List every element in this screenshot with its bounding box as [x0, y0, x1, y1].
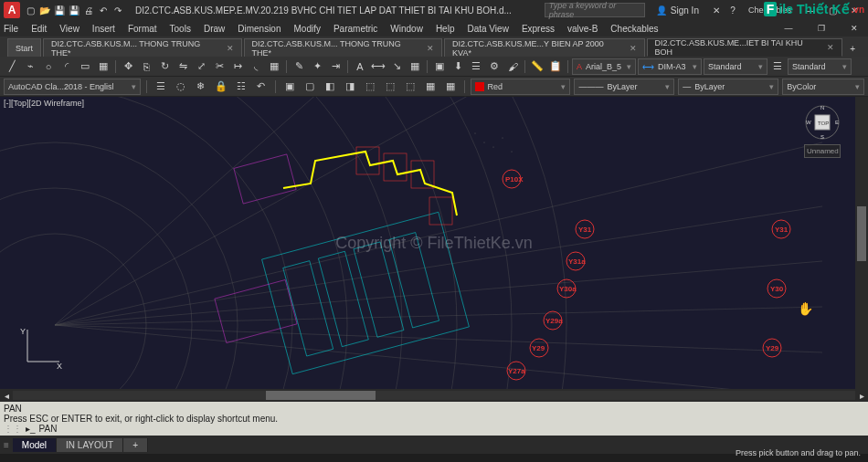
fillet-icon[interactable]: ◟ [248, 58, 264, 75]
extend-icon[interactable]: ↦ [229, 58, 246, 75]
close-icon[interactable]: ✕ [827, 43, 834, 52]
close-icon[interactable]: ✕ [227, 44, 234, 53]
menu-checkables[interactable]: Checkables [610, 24, 658, 34]
tool-i-icon[interactable]: ▦ [442, 79, 459, 95]
hscroll-thumb[interactable] [266, 391, 376, 400]
redo-icon[interactable]: ↷ [111, 4, 124, 16]
layerprev-icon[interactable]: ↶ [253, 79, 270, 95]
menu-help[interactable]: Help [436, 24, 455, 34]
menu-express[interactable]: Express [522, 24, 555, 34]
rect-icon[interactable]: ▭ [77, 58, 93, 75]
arc-icon[interactable]: ◜ [58, 58, 75, 75]
undo-icon[interactable]: ↶ [97, 4, 110, 16]
explode-icon[interactable]: ✦ [309, 58, 325, 75]
drawing-canvas[interactable]: [-][Top][2D Wireframe] [0, 97, 868, 389]
layerfreeze-icon[interactable]: ❄ [193, 79, 209, 95]
new-icon[interactable]: ▢ [24, 4, 37, 16]
layeroff-icon[interactable]: ◌ [173, 79, 189, 95]
menu-dimension[interactable]: Dimension [238, 24, 281, 34]
dim-icon[interactable]: ⟷ [370, 58, 386, 75]
text-icon[interactable]: A [352, 58, 368, 75]
save-icon[interactable]: 💾 [53, 4, 66, 16]
tool-h-icon[interactable]: ▦ [422, 79, 439, 95]
tab-doc-4[interactable]: DI2.CTC.ASB.KUS.ME...IET BI TAI KHU BOH✕ [647, 38, 843, 57]
props-icon[interactable]: ⚙ [486, 58, 503, 75]
block-icon[interactable]: ▣ [431, 58, 448, 75]
vscrollbar[interactable] [855, 97, 868, 389]
line-icon[interactable]: ╱ [4, 58, 20, 75]
open-icon[interactable]: 📂 [38, 4, 51, 16]
dimstyle-dropdown[interactable]: ⟷DIM-A3▾ [638, 58, 702, 75]
style2-dropdown[interactable]: Standard▾ [788, 58, 852, 75]
hscrollbar[interactable]: ◂ ▸ [0, 389, 868, 402]
erase-icon[interactable]: ✎ [291, 58, 307, 75]
doc-minimize-button[interactable]: — [778, 20, 799, 37]
close-icon[interactable]: ✕ [427, 44, 434, 53]
table-icon[interactable]: ▦ [407, 58, 423, 75]
tab-doc-1[interactable]: DI2.CTC.ASB.KUS.M... THONG TRUNG THE*✕ [43, 38, 242, 57]
rotate-icon[interactable]: ↻ [156, 58, 173, 75]
help-icon[interactable]: ? [726, 4, 739, 16]
insert-icon[interactable]: ⬇ [450, 58, 466, 75]
new-tab-button[interactable]: + [844, 40, 861, 57]
color-dropdown[interactable]: Red▾ [471, 79, 571, 95]
offset-icon[interactable]: ⇥ [327, 58, 344, 75]
move-icon[interactable]: ✥ [120, 58, 136, 75]
layermatch-icon[interactable]: ☷ [233, 79, 249, 95]
tool-d-icon[interactable]: ◨ [342, 79, 358, 95]
plotstyle-dropdown[interactable]: ByColor▾ [782, 79, 864, 95]
tool-c-icon[interactable]: ◧ [322, 79, 338, 95]
app-logo-icon[interactable]: A [4, 2, 20, 18]
mirror-icon[interactable]: ⇋ [175, 58, 191, 75]
cmd-handle-icon[interactable]: ⋮⋮ [4, 424, 22, 434]
linetype-dropdown[interactable]: ———ByLayer▾ [574, 79, 674, 95]
scale-icon[interactable]: ⤢ [193, 58, 209, 75]
menu-edit[interactable]: Edit [31, 24, 47, 34]
menu-modify[interactable]: Modify [294, 24, 321, 34]
style-icon[interactable]: ☰ [769, 58, 786, 75]
tab-add[interactable]: + [123, 438, 148, 452]
menu-view[interactable]: View [59, 24, 79, 34]
menu-parametric[interactable]: Parametric [333, 24, 377, 34]
saveas-icon[interactable]: 💾 [68, 4, 80, 16]
close-icon[interactable]: ✕ [630, 44, 637, 53]
menu-window[interactable]: Window [390, 24, 423, 34]
doc-restore-button[interactable]: ❐ [811, 20, 831, 37]
tool-b-icon[interactable]: ▢ [302, 79, 318, 95]
menu-insert[interactable]: Insert [92, 24, 115, 34]
search-input[interactable]: Type a keyword or phrase [545, 3, 645, 17]
match-icon[interactable]: 🖌 [504, 58, 521, 75]
hatch-icon[interactable]: ▦ [95, 58, 111, 75]
tab-layout[interactable]: IN LAYOUT [57, 438, 123, 452]
lineweight-dropdown[interactable]: —ByLayer▾ [678, 79, 778, 95]
vscroll-thumb[interactable] [857, 206, 866, 261]
layerlock-icon[interactable]: 🔒 [213, 79, 229, 95]
tool-f-icon[interactable]: ⬚ [382, 79, 398, 95]
nav-unnamed[interactable]: Unnamed [804, 144, 841, 158]
layermgr-icon[interactable]: ☰ [153, 79, 169, 95]
measure-icon[interactable]: 📏 [529, 58, 545, 75]
style1-dropdown[interactable]: Standard▾ [704, 58, 767, 75]
menu-tools[interactable]: Tools [170, 24, 191, 34]
menu-valveb[interactable]: valve-B [567, 24, 598, 34]
scroll-right-icon[interactable]: ▸ [855, 391, 868, 401]
tab-model[interactable]: Model [13, 438, 57, 452]
tool-e-icon[interactable]: ⬚ [362, 79, 378, 95]
tab-start[interactable]: Start [7, 38, 41, 57]
tool-a-icon[interactable]: ▣ [281, 79, 298, 95]
copy-icon[interactable]: ⎘ [138, 58, 154, 75]
menu-draw[interactable]: Draw [204, 24, 225, 34]
tool-g-icon[interactable]: ⬚ [402, 79, 418, 95]
tab-doc-3[interactable]: DI2.CTC.ASB.KUS.ME...Y BIEN AP 2000 KVA*… [444, 38, 645, 57]
exchange-icon[interactable]: ✕ [710, 4, 723, 16]
doc-close-button[interactable]: ✕ [844, 20, 864, 37]
tab-doc-2[interactable]: DI2.CTC.ASB.KUS.M... THONG TRUNG THE*✕ [244, 38, 443, 57]
menu-dataview[interactable]: Data View [467, 24, 508, 34]
pline-icon[interactable]: ⌁ [22, 58, 38, 75]
leader-icon[interactable]: ↘ [388, 58, 405, 75]
trim-icon[interactable]: ✂ [211, 58, 228, 75]
array-icon[interactable]: ▦ [266, 58, 282, 75]
layer-icon[interactable]: ☰ [468, 58, 484, 75]
menu-file[interactable]: File [4, 24, 18, 34]
plot-icon[interactable]: 🖨 [82, 4, 95, 16]
